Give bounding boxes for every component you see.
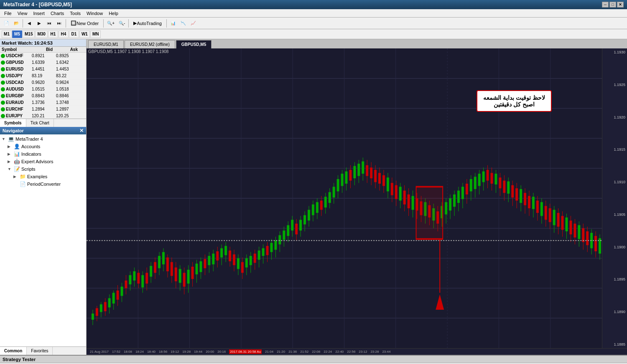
navigator-close-button[interactable]: ✕	[79, 128, 84, 134]
tf-m15[interactable]: M15	[23, 30, 35, 38]
svg-rect-252	[573, 224, 576, 238]
menu-charts[interactable]: Charts	[48, 10, 66, 17]
svg-rect-34	[121, 287, 123, 296]
tab-symbols[interactable]: Symbols	[0, 119, 26, 127]
svg-rect-132	[324, 197, 327, 207]
market-watch-row[interactable]: EURAUD 1.3736 1.3748	[0, 99, 86, 106]
tf-m30[interactable]: M30	[35, 30, 47, 38]
menu-view[interactable]: View	[15, 10, 30, 17]
tf-mn[interactable]: MN	[90, 30, 101, 38]
minimize-button[interactable]: ─	[602, 2, 609, 8]
left-panel: Market Watch: 16:24:53 Symbol Bid Ask US…	[0, 39, 87, 355]
open-button[interactable]: 📂	[12, 19, 21, 28]
svg-rect-265	[416, 187, 443, 239]
navigator-tree: ▼ 💻 MetaTrader 4 ▶ 👤 Accounts ▶ 📊 Indica…	[0, 134, 86, 346]
svg-rect-204	[474, 177, 477, 189]
price-1500: 1.1900	[602, 245, 627, 249]
menu-help[interactable]: Help	[106, 10, 121, 17]
zoom-out-button[interactable]: 🔍-	[117, 19, 127, 28]
line-chart-button[interactable]: 📈	[189, 19, 198, 28]
new-order-button[interactable]: 🔲 New Order	[68, 19, 102, 28]
tf-m5[interactable]: M5	[12, 30, 22, 38]
tf-h4[interactable]: H4	[59, 30, 69, 38]
svg-rect-150	[362, 162, 364, 174]
svg-rect-136	[333, 187, 335, 197]
svg-rect-80	[216, 251, 219, 260]
tab-tick-chart[interactable]: Tick Chart	[26, 119, 54, 127]
svg-rect-160	[382, 175, 385, 186]
svg-rect-238	[545, 206, 547, 220]
menu-file[interactable]: File	[2, 10, 14, 17]
tf-w1[interactable]: W1	[79, 30, 90, 38]
market-watch-row[interactable]: GBPUSD 1.6339 1.6342	[0, 59, 86, 66]
first-button[interactable]: ⏮	[45, 19, 54, 28]
navigator-tabs: Common Favorites	[0, 346, 86, 355]
svg-rect-44	[141, 275, 144, 287]
last-button[interactable]: ⏭	[55, 19, 64, 28]
navigator-tree-item[interactable]: 📄 PeriodConverter	[0, 180, 86, 188]
market-watch-row[interactable]: EURJPY 120.21 120.25	[0, 113, 86, 119]
market-watch-row[interactable]: USDJPY 83.19 83.22	[0, 73, 86, 79]
separator-5	[166, 19, 167, 28]
navigator-tree-item[interactable]: ▶ 📁 Examples	[0, 173, 86, 180]
svg-rect-198	[461, 187, 464, 199]
svg-rect-64	[183, 273, 186, 287]
forward-button[interactable]: ▶	[35, 19, 44, 28]
symbol-dot	[1, 54, 5, 58]
svg-rect-192	[449, 198, 451, 210]
svg-rect-242	[553, 210, 556, 225]
market-watch-row[interactable]: AUDUSD 1.0515 1.0518	[0, 86, 86, 93]
new-chart-button[interactable]: 📄	[2, 19, 11, 28]
bid-price: 83.19	[32, 73, 56, 79]
maximize-button[interactable]: □	[609, 2, 616, 8]
navigator-tree-item[interactable]: ▶ 👤 Accounts	[0, 143, 86, 150]
market-watch-row[interactable]: EURGBP 0.8843 0.8846	[0, 93, 86, 99]
symbol-name: USDCAD	[6, 79, 32, 86]
time-axis: 21 Aug 2017 17:52 18:08 18:24 18:40 18:5…	[87, 348, 627, 355]
menu-bar: File View Insert Charts Tools Window Hel…	[0, 9, 627, 18]
tf-d1[interactable]: D1	[69, 30, 79, 38]
navigator-tree-item[interactable]: ▼ 💻 MetaTrader 4	[0, 135, 86, 143]
zoom-in-button[interactable]: 🔍+	[105, 19, 116, 28]
svg-rect-216	[499, 177, 501, 188]
chart-canvas[interactable]: GBPUSD,M5 1.1907 1.1908 1.1907 1.1908	[87, 48, 627, 348]
tab-gbpusd-m5[interactable]: GBPUSD,M5	[176, 40, 212, 48]
candle-chart-button[interactable]: 📉	[178, 19, 188, 28]
navigator-tree-item[interactable]: ▼ 📝 Scripts	[0, 165, 86, 173]
market-watch-row[interactable]: EURUSD 1.4451 1.4453	[0, 66, 86, 73]
autotrading-button[interactable]: ▶ AutoTrading	[130, 19, 165, 28]
price-axis: 1.1930 1.1925 1.1920 1.1915 1.1910 1.190…	[602, 48, 627, 348]
close-button[interactable]: ✕	[617, 2, 624, 8]
market-watch-row[interactable]: EURCHF 1.2894 1.2897	[0, 106, 86, 113]
svg-rect-168	[399, 187, 402, 200]
tab-favorites[interactable]: Favorites	[27, 347, 53, 355]
tab-eurusd-m2[interactable]: EURUSD,M2 (offline)	[125, 40, 175, 48]
menu-window[interactable]: Window	[84, 10, 105, 17]
svg-rect-114	[287, 225, 289, 236]
menu-tools[interactable]: Tools	[67, 10, 83, 17]
svg-rect-210	[487, 170, 489, 181]
svg-rect-60	[175, 268, 177, 281]
svg-rect-72	[199, 261, 202, 272]
market-watch-rows: USDCHF 0.8921 0.8925 GBPUSD 1.6339 1.634…	[0, 53, 86, 119]
svg-rect-70	[196, 263, 198, 274]
svg-rect-232	[532, 197, 535, 209]
tab-common[interactable]: Common	[0, 347, 27, 355]
svg-rect-148	[357, 164, 360, 176]
svg-rect-58	[171, 262, 173, 276]
navigator-tree-item[interactable]: ▶ 🤖 Expert Advisors	[0, 158, 86, 165]
svg-rect-158	[378, 173, 381, 184]
menu-insert[interactable]: Insert	[31, 10, 47, 17]
app-title: MetaTrader 4 - [GBPUSD,M5]	[3, 2, 72, 8]
tab-eurusd-m1[interactable]: EURUSD,M1	[88, 40, 124, 48]
svg-rect-46	[145, 273, 148, 284]
tf-h1[interactable]: H1	[48, 30, 58, 38]
symbol-name: EURCHF	[6, 106, 32, 113]
symbol-dot	[1, 87, 5, 91]
bar-chart-button[interactable]: 📊	[168, 19, 178, 28]
market-watch-row[interactable]: USDCAD 0.9620 0.9624	[0, 79, 86, 86]
tf-m1[interactable]: M1	[2, 30, 12, 38]
back-button[interactable]: ◀	[25, 19, 34, 28]
market-watch-row[interactable]: USDCHF 0.8921 0.8925	[0, 53, 86, 59]
navigator-tree-item[interactable]: ▶ 📊 Indicators	[0, 150, 86, 158]
